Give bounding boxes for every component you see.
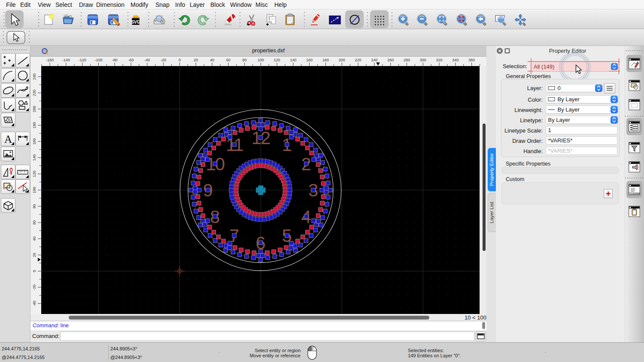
svg-text:-40: -40: [32, 301, 36, 306]
svg-text:200: 200: [32, 106, 36, 112]
svg-text:120: 120: [274, 58, 280, 62]
svg-text:140: 140: [32, 154, 36, 161]
svg-text:280: 280: [404, 58, 410, 62]
svg-text:100: 100: [258, 58, 264, 62]
svg-text:-20: -20: [32, 284, 36, 290]
svg-text:240: 240: [371, 58, 377, 62]
svg-text:-100: -100: [94, 58, 102, 62]
svg-text:300: 300: [420, 58, 426, 62]
svg-text:220: 220: [32, 90, 36, 96]
svg-text:C command: C command: [630, 193, 640, 195]
svg-text:220: 220: [355, 58, 361, 62]
svg-text:0: 0: [32, 270, 36, 272]
svg-text:0: 0: [179, 58, 181, 62]
svg-text:60: 60: [226, 58, 231, 62]
svg-text:180: 180: [322, 58, 329, 62]
svg-text:260: 260: [387, 58, 394, 62]
svg-text:180: 180: [32, 122, 36, 128]
svg-text:80: 80: [32, 204, 36, 208]
svg-text:200: 200: [339, 58, 345, 62]
svg-text:160: 160: [306, 58, 313, 62]
svg-text:340: 340: [452, 58, 459, 62]
svg-text:20: 20: [194, 58, 198, 62]
svg-text:360: 360: [468, 58, 475, 62]
svg-text:320: 320: [436, 58, 442, 62]
svg-text:20: 20: [32, 253, 36, 257]
svg-text:240: 240: [32, 73, 36, 80]
svg-text:-120: -120: [79, 58, 86, 62]
svg-text:SVG: SVG: [131, 20, 140, 24]
svg-text:100: 100: [32, 187, 36, 193]
svg-text:-40: -40: [144, 58, 150, 62]
svg-text:160: 160: [32, 138, 36, 145]
svg-text:140: 140: [290, 58, 296, 62]
svg-text:60: 60: [32, 220, 36, 225]
svg-text:-60: -60: [128, 58, 134, 62]
svg-text:-20: -20: [161, 58, 166, 62]
svg-text:40: 40: [210, 58, 214, 62]
svg-text:-160: -160: [46, 58, 54, 62]
svg-text:80: 80: [243, 58, 247, 62]
svg-text:40: 40: [32, 237, 36, 241]
svg-text:120: 120: [32, 171, 36, 177]
svg-text:-140: -140: [62, 58, 70, 62]
svg-text:-80: -80: [112, 58, 118, 62]
